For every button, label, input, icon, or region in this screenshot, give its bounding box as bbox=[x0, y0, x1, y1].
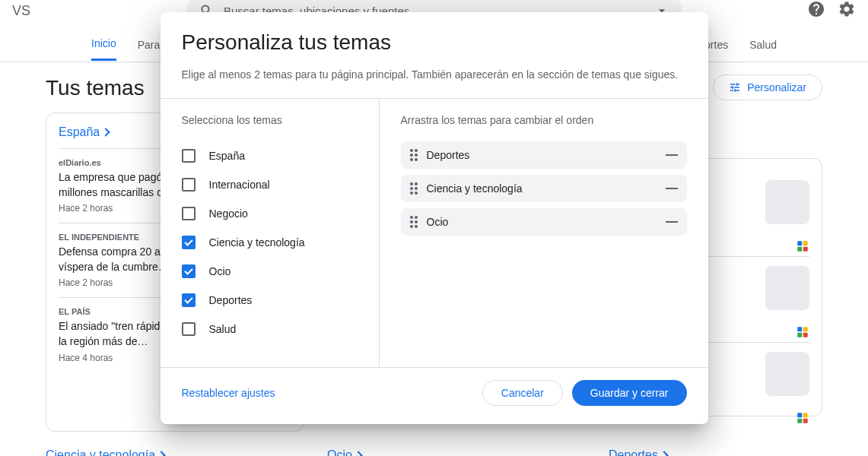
checkbox-label: Negocio bbox=[209, 207, 248, 220]
checkbox-label: Ciencia y tecnología bbox=[209, 236, 305, 249]
drag-handle-icon[interactable] bbox=[410, 182, 418, 195]
checkbox[interactable] bbox=[182, 149, 196, 163]
select-panel-title: Selecciona los temas bbox=[182, 114, 358, 126]
personalize-modal: Personaliza tus temas Elige al menos 2 t… bbox=[161, 12, 708, 424]
checkbox-label: Salud bbox=[209, 323, 237, 335]
topic-select-panel: Selecciona los temas EspañaInternacional… bbox=[161, 99, 380, 367]
drag-item[interactable]: Deportes bbox=[401, 141, 687, 169]
topic-checkbox-row[interactable]: Negocio bbox=[182, 199, 358, 228]
topic-checkbox-row[interactable]: Ocio bbox=[182, 257, 358, 286]
checkbox-label: Internacional bbox=[209, 179, 270, 191]
modal-backdrop: Personaliza tus temas Elige al menos 2 t… bbox=[0, 0, 868, 456]
topic-checkbox-row[interactable]: Salud bbox=[182, 315, 358, 344]
checkbox[interactable] bbox=[182, 236, 196, 249]
topic-checkbox-row[interactable]: Deportes bbox=[182, 286, 358, 315]
drag-handle-icon[interactable] bbox=[410, 149, 418, 161]
drag-item[interactable]: Ciencia y tecnología bbox=[401, 175, 687, 202]
modal-title: Personaliza tus temas bbox=[182, 30, 687, 55]
drag-handle-icon[interactable] bbox=[410, 216, 418, 228]
modal-subtitle: Elige al menos 2 temas para tu página pr… bbox=[182, 67, 687, 83]
cancel-button[interactable]: Cancelar bbox=[482, 380, 563, 406]
remove-icon[interactable] bbox=[666, 221, 678, 223]
remove-icon[interactable] bbox=[666, 188, 678, 189]
topic-checkbox-row[interactable]: Internacional bbox=[182, 170, 358, 199]
checkbox-label: España bbox=[209, 150, 245, 162]
checkbox[interactable] bbox=[182, 207, 196, 220]
save-button[interactable]: Guardar y cerrar bbox=[572, 380, 687, 406]
drag-label: Ciencia y tecnología bbox=[427, 182, 657, 195]
drag-label: Deportes bbox=[427, 149, 657, 161]
checkbox[interactable] bbox=[182, 264, 196, 278]
checkbox-label: Deportes bbox=[209, 294, 253, 306]
checkbox[interactable] bbox=[182, 322, 196, 336]
checkbox[interactable] bbox=[182, 293, 196, 307]
topic-checkbox-row[interactable]: Ciencia y tecnología bbox=[182, 228, 358, 257]
order-panel-title: Arrastra los temas para cambiar el orden bbox=[401, 114, 687, 126]
topic-checkbox-row[interactable]: España bbox=[182, 141, 358, 170]
topic-order-panel: Arrastra los temas para cambiar el orden… bbox=[380, 99, 708, 367]
drag-label: Ocio bbox=[427, 216, 657, 228]
checkbox[interactable] bbox=[182, 178, 196, 192]
checkbox-label: Ocio bbox=[209, 265, 231, 277]
remove-icon[interactable] bbox=[666, 154, 678, 156]
reset-button[interactable]: Restablecer ajustes bbox=[182, 387, 275, 399]
drag-item[interactable]: Ocio bbox=[401, 208, 687, 236]
